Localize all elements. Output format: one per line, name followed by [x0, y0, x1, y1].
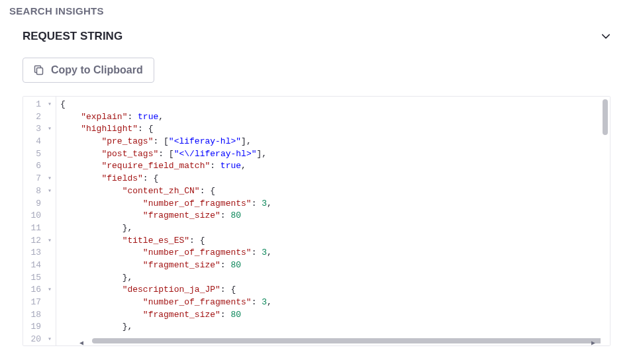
chevron-down-icon	[601, 32, 610, 41]
horizontal-scrollbar-thumb[interactable]	[92, 338, 601, 343]
code-line[interactable]: {	[56, 99, 601, 111]
code-line[interactable]: "content_zh_CN": {	[56, 185, 601, 198]
code-line[interactable]: "number_of_fragments": 3,	[56, 296, 601, 309]
code-body[interactable]: { "explain": true, "highlight": { "pre_t…	[56, 97, 601, 345]
gutter-line: 11	[23, 222, 56, 235]
fold-marker-icon[interactable]: ▾	[48, 334, 52, 346]
fold-marker-icon[interactable]: ▾	[48, 99, 52, 111]
code-line[interactable]: },	[56, 321, 601, 334]
fold-marker-icon[interactable]: ▾	[48, 284, 52, 296]
code-line[interactable]: "fragment_size": 80	[56, 309, 601, 322]
gutter-line: 2	[23, 111, 56, 124]
section-title: REQUEST STRING	[23, 30, 122, 43]
code-line[interactable]: "title_es_ES": {	[56, 235, 601, 248]
gutter-line: 9	[23, 198, 56, 210]
svg-rect-0	[37, 68, 43, 75]
code-line[interactable]: },	[56, 222, 601, 235]
gutter-line: 15	[23, 272, 56, 285]
page-title: SEARCH INSIGHTS	[9, 5, 624, 17]
copy-button-label: Copy to Clipboard	[51, 64, 143, 76]
scroll-left-arrow[interactable]: ◀	[79, 338, 87, 344]
fold-marker-icon[interactable]: ▾	[48, 173, 52, 185]
gutter-line: 7▾	[23, 173, 56, 185]
code-line[interactable]: "number_of_fragments": 3,	[56, 247, 601, 259]
copy-to-clipboard-button[interactable]: Copy to Clipboard	[23, 58, 154, 83]
copy-icon	[34, 65, 44, 75]
code-line[interactable]: "description_ja_JP": {	[56, 284, 601, 296]
gutter-line: 10	[23, 210, 56, 222]
code-line[interactable]: "explain": true,	[56, 111, 601, 124]
section-header[interactable]: REQUEST STRING	[9, 30, 624, 43]
horizontal-scrollbar[interactable]: ◀ ▶	[89, 336, 591, 345]
fold-marker-icon[interactable]: ▾	[48, 123, 52, 136]
fold-marker-icon[interactable]: ▾	[48, 185, 52, 198]
gutter-line: 20▾	[23, 334, 56, 346]
code-line[interactable]: "pre_tags": ["<liferay-hl>"],	[56, 136, 601, 148]
gutter-line: 14	[23, 259, 56, 272]
gutter-line: 5	[23, 148, 56, 161]
scroll-right-arrow[interactable]: ▶	[591, 338, 599, 344]
code-line[interactable]: "fragment_size": 80	[56, 210, 601, 222]
gutter-line: 18	[23, 309, 56, 322]
gutter-line: 1▾	[23, 99, 56, 111]
gutter-line: 3▾	[23, 123, 56, 136]
code-line[interactable]: "highlight": {	[56, 123, 601, 136]
gutter-line: 13	[23, 247, 56, 259]
fold-marker-icon[interactable]: ▾	[48, 235, 52, 248]
code-line[interactable]: "number_of_fragments": 3,	[56, 198, 601, 210]
code-line[interactable]: "fields": {	[56, 173, 601, 185]
gutter-line: 12▾	[23, 235, 56, 248]
gutter-line: 8▾	[23, 185, 56, 198]
vertical-scrollbar[interactable]	[601, 97, 610, 345]
gutter-line: 4	[23, 136, 56, 148]
gutter-line: 17	[23, 296, 56, 309]
code-line[interactable]: "post_tags": ["<\/liferay-hl>"],	[56, 148, 601, 161]
gutter: 1▾23▾4567▾8▾9101112▾13141516▾17181920▾	[23, 97, 56, 345]
gutter-line: 16▾	[23, 284, 56, 296]
code-line[interactable]: },	[56, 272, 601, 285]
code-line[interactable]: "require_field_match": true,	[56, 160, 601, 173]
gutter-line: 19	[23, 321, 56, 334]
gutter-line: 6	[23, 160, 56, 173]
code-editor[interactable]: 1▾23▾4567▾8▾9101112▾13141516▾17181920▾ {…	[23, 96, 610, 346]
code-line[interactable]: "fragment_size": 80	[56, 259, 601, 272]
vertical-scrollbar-thumb[interactable]	[603, 99, 608, 135]
